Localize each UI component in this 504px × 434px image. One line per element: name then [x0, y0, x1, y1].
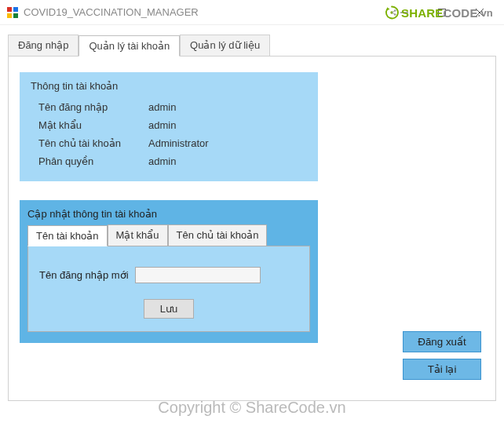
window-title: COVID19_VACCINATION_MANAGER — [24, 6, 386, 18]
owner-value: Administrator — [148, 137, 209, 149]
minimize-button[interactable] — [386, 1, 422, 24]
svg-rect-0 — [7, 7, 12, 12]
new-username-label: Tên đăng nhập mới — [39, 269, 129, 281]
logout-button[interactable]: Đăng xuất — [403, 331, 481, 352]
update-tab-username[interactable]: Tên tài khoản — [27, 225, 108, 246]
update-tab-password[interactable]: Mật khẩu — [108, 224, 168, 246]
svg-rect-2 — [7, 13, 12, 18]
close-button[interactable] — [462, 1, 498, 24]
role-label: Phân quyền — [38, 155, 148, 167]
username-label: Tên đăng nhập — [38, 101, 148, 113]
info-row-role: Phân quyền admin — [31, 152, 307, 170]
role-value: admin — [148, 155, 176, 167]
tab-accounts[interactable]: Quản lý tài khoản — [79, 35, 180, 57]
tab-pane-accounts: Thông tin tài khoản Tên đăng nhập admin … — [8, 56, 496, 401]
new-username-input[interactable] — [135, 267, 261, 283]
reload-button[interactable]: Tải lại — [403, 359, 481, 380]
maximize-button[interactable] — [424, 1, 460, 24]
username-value: admin — [148, 101, 176, 113]
account-info-title: Thông tin tài khoản — [31, 80, 307, 92]
owner-label: Tên chủ tài khoản — [38, 137, 148, 149]
main-tab-control: Đăng nhập Quản lý tài khoản Quản lý dữ l… — [8, 35, 496, 401]
update-panel-title: Cập nhật thông tin tài khoản — [27, 208, 310, 220]
info-row-username: Tên đăng nhập admin — [31, 98, 307, 116]
update-tab-owner[interactable]: Tên chủ tài khoản — [168, 224, 268, 246]
window-controls — [386, 1, 498, 24]
update-account-panel: Cập nhật thông tin tài khoản Tên tài kho… — [20, 200, 318, 343]
svg-rect-3 — [13, 13, 18, 18]
app-icon — [6, 6, 19, 19]
info-row-owner: Tên chủ tài khoản Administrator — [31, 134, 307, 152]
svg-rect-1 — [13, 7, 18, 12]
svg-rect-5 — [439, 9, 446, 16]
titlebar: COVID19_VACCINATION_MANAGER — [0, 0, 504, 25]
tab-login[interactable]: Đăng nhập — [8, 35, 79, 56]
account-info-panel: Thông tin tài khoản Tên đăng nhập admin … — [20, 72, 318, 181]
info-row-password: Mật khẩu admin — [31, 116, 307, 134]
update-tab-pane: Tên đăng nhập mới Lưu — [27, 246, 310, 332]
password-label: Mật khẩu — [38, 119, 148, 131]
tab-data[interactable]: Quản lý dữ liệu — [180, 35, 270, 56]
save-button[interactable]: Lưu — [144, 299, 194, 319]
password-value: admin — [148, 119, 176, 131]
update-tab-control: Tên tài khoản Mật khẩu Tên chủ tài khoản… — [27, 224, 310, 332]
